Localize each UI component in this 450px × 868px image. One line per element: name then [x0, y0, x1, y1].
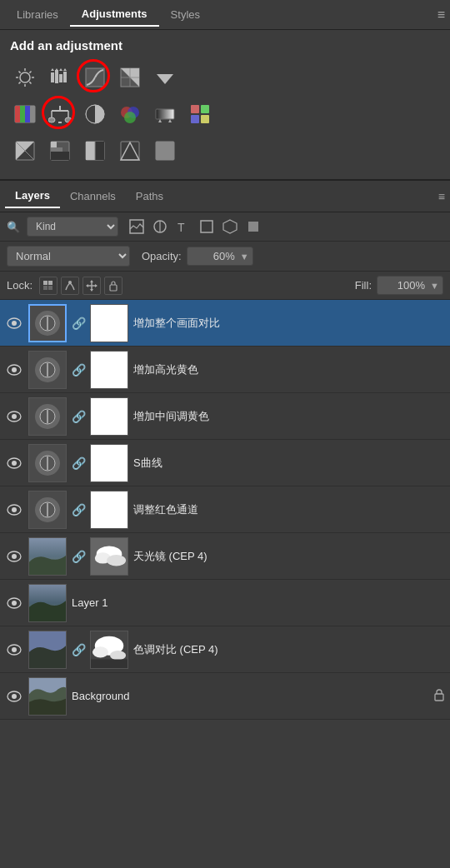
svg-rect-57 — [95, 142, 104, 160]
svg-point-0 — [20, 72, 30, 82]
kind-select[interactable]: Kind — [27, 217, 118, 237]
adj-invert-icon[interactable] — [10, 136, 40, 166]
layer-chain-icon[interactable]: 🔗 — [72, 454, 85, 472]
layer-row[interactable]: Layer 1 — [0, 580, 450, 626]
adj-balance-icon[interactable] — [45, 99, 75, 129]
layer-locked-icon — [433, 688, 445, 704]
layer-row[interactable]: 🔗 增加整个画面对比 — [0, 300, 450, 347]
adj-solidcolor-icon[interactable] — [150, 136, 180, 166]
tab-layers[interactable]: Layers — [5, 184, 60, 208]
layer-row[interactable]: 🔗 色调对比 (CEP 4) — [0, 626, 450, 673]
svg-marker-75 — [90, 280, 93, 282]
layer-chain-icon[interactable]: 🔗 — [72, 501, 85, 519]
filter-type-icon[interactable]: T — [173, 217, 193, 237]
svg-point-111 — [12, 647, 17, 652]
adj-huesat-icon[interactable] — [10, 99, 40, 129]
adj-blackwhite-icon[interactable] — [80, 99, 110, 129]
visibility-toggle[interactable] — [5, 314, 23, 332]
fill-dropdown-arrow[interactable]: ▼ — [430, 281, 442, 291]
layer-name: 增加整个画面对比 — [133, 316, 445, 331]
layer-chain-icon[interactable]: 🔗 — [72, 641, 85, 659]
svg-marker-23 — [157, 74, 173, 84]
adjustment-icon — [35, 497, 60, 522]
adj-channelmix-icon[interactable] — [115, 99, 145, 129]
layer-row[interactable]: Background — [0, 673, 450, 720]
layer-tabs: Layers Channels Paths ≡ — [0, 181, 450, 212]
adj-exposure-icon[interactable] — [115, 62, 145, 92]
adj-selectivecolor-icon[interactable] — [185, 99, 215, 129]
adj-curves-icon[interactable] — [80, 62, 110, 92]
visibility-toggle[interactable] — [5, 594, 23, 612]
visibility-toggle[interactable] — [5, 454, 23, 472]
layer-name: 天光镜 (CEP 4) — [133, 549, 445, 564]
layer-chain-icon[interactable]: 🔗 — [72, 547, 85, 566]
adjustments-panel: Add an adjustment — [0, 30, 450, 179]
adj-levels-icon[interactable] — [45, 62, 75, 92]
opacity-value[interactable]: 60% — [188, 247, 240, 265]
top-panel-menu-icon[interactable]: ≡ — [438, 7, 445, 22]
lock-fill-row: Lock: Fill: 100% ▼ — [0, 272, 450, 300]
svg-rect-56 — [86, 142, 95, 160]
filter-smartobj-icon[interactable] — [220, 217, 240, 237]
layer-chain-icon[interactable]: 🔗 — [72, 407, 85, 426]
filter-shape-icon[interactable] — [197, 217, 217, 237]
adj-threshold-icon[interactable] — [80, 136, 110, 166]
lock-position-icon[interactable] — [82, 277, 101, 295]
filter-adjustment-icon[interactable] — [150, 217, 170, 237]
svg-rect-69 — [48, 286, 52, 290]
visibility-toggle[interactable] — [5, 501, 23, 519]
adj-dropdown-icon[interactable] — [150, 62, 180, 92]
adj-posterize-icon[interactable] — [45, 136, 75, 166]
fill-value[interactable]: 100% — [378, 277, 430, 294]
visibility-toggle[interactable] — [5, 641, 23, 659]
svg-rect-12 — [63, 72, 67, 82]
tab-adjustments[interactable]: Adjustments — [70, 2, 159, 27]
svg-rect-10 — [55, 70, 58, 83]
adjustment-icon — [35, 451, 60, 476]
visibility-toggle[interactable] — [5, 407, 23, 426]
lock-all-icon[interactable] — [104, 277, 122, 295]
layer-chain-icon[interactable]: 🔗 — [72, 314, 85, 332]
fill-section: Fill: 100% ▼ — [355, 276, 443, 295]
svg-point-34 — [65, 117, 72, 122]
adj-brightness-icon[interactable] — [10, 62, 40, 92]
visibility-toggle[interactable] — [5, 547, 23, 566]
svg-rect-26 — [20, 106, 25, 122]
svg-line-8 — [19, 82, 21, 83]
adj-gradient-icon[interactable] — [115, 136, 145, 166]
layer-thumbnail — [28, 491, 67, 529]
filter-extra-icon[interactable] — [243, 217, 263, 237]
layer-panel-menu-icon[interactable]: ≡ — [438, 190, 445, 203]
tab-paths[interactable]: Paths — [126, 185, 173, 207]
svg-point-119 — [12, 694, 17, 699]
svg-line-5 — [19, 72, 21, 73]
lock-transparent-icon[interactable] — [39, 277, 58, 295]
visibility-toggle[interactable] — [5, 687, 23, 706]
svg-point-72 — [68, 281, 72, 284]
layer-name: 调整红色通道 — [133, 502, 445, 517]
kind-filter-icons: T — [127, 217, 263, 237]
tab-styles[interactable]: Styles — [159, 3, 212, 26]
lock-image-icon[interactable] — [61, 277, 79, 295]
layer-mask-thumbnail — [90, 304, 128, 342]
layer-chain-icon[interactable]: 🔗 — [72, 361, 85, 379]
filter-pixel-icon[interactable] — [127, 217, 147, 237]
layer-row[interactable]: 🔗 S曲线 — [0, 440, 450, 486]
adj-gradientmap-icon[interactable] — [150, 99, 180, 129]
layer-row[interactable]: 🔗 天光镜 (CEP 4) — [0, 533, 450, 580]
layer-row[interactable]: 🔗 调整红色通道 — [0, 486, 450, 533]
svg-rect-79 — [110, 285, 117, 291]
visibility-toggle[interactable] — [5, 361, 23, 379]
layer-row[interactable]: 🔗 增加高光黄色 — [0, 347, 450, 393]
tab-channels[interactable]: Channels — [60, 185, 126, 207]
adjustment-icon — [35, 357, 60, 382]
svg-rect-61 — [156, 142, 174, 160]
tab-libraries[interactable]: Libraries — [5, 3, 70, 26]
layer-row[interactable]: 🔗 增加中间调黄色 — [0, 393, 450, 440]
svg-point-101 — [12, 554, 17, 559]
layer-thumbnail — [28, 631, 67, 669]
opacity-dropdown-arrow[interactable]: ▼ — [240, 252, 252, 262]
svg-rect-59 — [121, 142, 139, 160]
blend-mode-select[interactable]: Normal — [7, 246, 130, 267]
adj-icons-row3 — [10, 136, 440, 166]
